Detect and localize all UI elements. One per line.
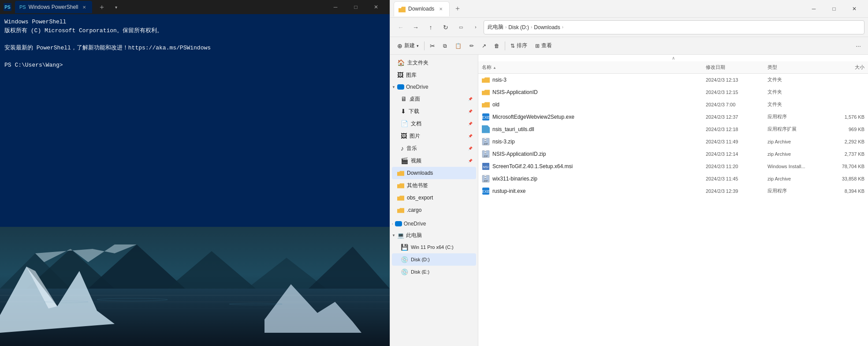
address-sep-3: › <box>562 25 563 30</box>
col-header-date[interactable]: 修改日期 <box>706 64 767 71</box>
ps-maximize-btn[interactable]: □ <box>346 0 366 14</box>
sidebar-item-videos[interactable]: 🎬 视频 📌 <box>392 154 476 167</box>
ps-minimize-btn[interactable]: ─ <box>325 0 346 14</box>
delete-btn[interactable]: 🗑 <box>491 39 503 53</box>
share-icon: ↗ <box>482 43 486 49</box>
sidebar-drive-d-label: Disk (D:) <box>411 257 430 262</box>
sidebar-item-desktop[interactable]: 🖥 桌面 📌 <box>392 93 476 105</box>
sort-btn[interactable]: ⇅ 排序 <box>507 39 531 53</box>
breadcrumb-toggle-btn[interactable]: ▭ <box>454 20 468 34</box>
sidebar-item-documents[interactable]: 📄 文档 📌 <box>392 117 476 130</box>
sidebar-item-library[interactable]: 🖼 图库 <box>392 69 476 81</box>
ps-dropdown-btn[interactable]: ▾ <box>112 3 120 11</box>
table-row[interactable]: ZIP nsis-3.zip 2024/2/3 11:49 zip Archiv… <box>478 135 868 148</box>
explorer-new-tab-btn[interactable]: ＋ <box>451 3 464 15</box>
copy-icon: ⧉ <box>443 43 447 49</box>
table-row[interactable]: EXE rustup-init.exe 2024/2/3 12:39 应用程序 … <box>478 185 868 197</box>
back-btn[interactable]: ← <box>394 20 408 34</box>
up-btn[interactable]: ↑ <box>424 20 438 34</box>
ps-new-tab-btn[interactable]: ＋ <box>96 1 108 13</box>
table-row[interactable]: ZIP wix311-binaries.zip 2024/2/3 11:45 z… <box>478 173 868 185</box>
refresh-btn[interactable]: ↻ <box>439 20 453 34</box>
breadcrumb-expand-btn[interactable]: › <box>469 20 483 34</box>
cmd-sep-1 <box>424 41 425 50</box>
more-options-btn[interactable]: ··· <box>852 40 864 52</box>
sidebar-item-downloads[interactable]: ⬇ 下载 📌 <box>392 105 476 117</box>
file-size-cell: 1,576 KB <box>825 114 864 120</box>
view-btn[interactable]: ⊞ 查看 <box>532 39 555 53</box>
pictures-icon: 🖼 <box>401 132 407 139</box>
downloads-nav-icon: ⬇ <box>401 108 406 115</box>
sort-indicator: ∧ <box>478 55 868 61</box>
iceberg-scene <box>0 227 390 346</box>
ps-console-content[interactable]: Windows PowerShell 版权所有 (C) Microsoft Co… <box>0 14 390 227</box>
svg-rect-37 <box>484 177 486 178</box>
sidebar-item-cargo[interactable]: .cargo <box>392 204 476 216</box>
address-sep-2: › <box>531 25 532 30</box>
file-size-cell: 2,737 KB <box>825 151 864 157</box>
table-row[interactable]: old 2024/2/3 7:00 文件夹 <box>478 98 868 111</box>
table-row[interactable]: ZIP NSIS-ApplicationID.zip 2024/2/3 12:1… <box>478 148 868 160</box>
ps-tab[interactable]: PS Windows PowerShell ✕ <box>15 1 92 13</box>
ps-line-3 <box>4 35 385 44</box>
explorer-main: 🏠 主文件夹 🖼 图库 ▼ OneDrive 🖥 桌面 📌 ⬇ <box>390 55 868 346</box>
table-row[interactable]: nsis_tauri_utils.dll 2024/2/3 12:18 应用程序… <box>478 123 868 135</box>
exe-icon: EXE <box>482 113 490 121</box>
cut-btn[interactable]: ✂ <box>426 39 439 53</box>
file-date-cell: 2024/2/3 11:20 <box>706 164 767 169</box>
sidebar-item-drive-d[interactable]: 💿 Disk (D:) <box>392 253 476 266</box>
table-row[interactable]: EXE MicrosoftEdgeWebview2Setup.exe 2024/… <box>478 111 868 123</box>
zip-icon: ZIP <box>482 150 490 158</box>
ps-tab-close-btn[interactable]: ✕ <box>81 4 88 11</box>
copy-btn[interactable]: ⧉ <box>440 39 451 53</box>
svg-rect-29 <box>484 152 486 153</box>
sidebar-item-drive-e[interactable]: 💿 Disk (E:) <box>392 266 476 278</box>
folder-icon <box>482 102 490 108</box>
share-btn[interactable]: ↗ <box>478 39 490 53</box>
explorer-tab-close-btn[interactable]: ✕ <box>437 5 445 13</box>
file-type-cell: zip Archive <box>767 139 825 144</box>
table-row[interactable]: MSI ScreenToGif.2.40.1.Setup.x64.msi 202… <box>478 160 868 173</box>
rename-btn[interactable]: ✏ <box>466 39 477 53</box>
sidebar-obs-export-label: obs_export <box>407 195 433 201</box>
file-type-cell: 应用程序 <box>767 113 825 120</box>
folder-icon <box>482 89 490 95</box>
paste-btn[interactable]: 📋 <box>451 39 465 53</box>
desktop-icon: 🖥 <box>401 95 407 102</box>
file-type-cell: 文件夹 <box>767 89 825 95</box>
sidebar-onedrive-section[interactable]: ▼ OneDrive <box>390 81 478 93</box>
downloads-folder-icon <box>397 170 404 176</box>
library-icon: 🖼 <box>397 71 403 79</box>
this-pc-expand-icon: ▼ <box>392 233 395 237</box>
sidebar-item-obs-export[interactable]: obs_export <box>392 192 476 204</box>
sidebar-this-pc-section[interactable]: ▼ 💻 此电脑 <box>390 229 478 241</box>
sidebar-item-other-bookmarks[interactable]: 其他书签 <box>392 179 476 192</box>
sidebar-item-pictures[interactable]: 🖼 图片 📌 <box>392 130 476 142</box>
zip-icon: ZIP <box>482 175 490 183</box>
col-date-label: 修改日期 <box>706 64 725 70</box>
sidebar-item-home[interactable]: 🏠 主文件夹 <box>392 56 476 69</box>
svg-rect-28 <box>484 151 486 152</box>
sidebar-onedrive-section-2[interactable]: › OneDrive <box>390 218 478 229</box>
explorer-tab[interactable]: Downloads ✕ <box>394 1 450 16</box>
forward-btn[interactable]: → <box>409 20 423 34</box>
col-header-name[interactable]: 名称 ▲ <box>482 64 706 71</box>
explorer-minimize-btn[interactable]: ─ <box>804 2 824 16</box>
sidebar-item-drive-c[interactable]: 💾 Win 11 Pro x64 (C:) <box>392 241 476 253</box>
sidebar-this-pc-label: 此电脑 <box>406 232 422 239</box>
new-btn[interactable]: ⊕ 新建 ▾ <box>394 39 422 53</box>
sidebar-item-music[interactable]: ♪ 音乐 📌 <box>392 142 476 154</box>
col-header-type[interactable]: 类型 <box>767 64 825 71</box>
file-name-cell: ScreenToGif.2.40.1.Setup.x64.msi <box>492 163 706 169</box>
explorer-maximize-btn[interactable]: □ <box>824 2 844 16</box>
cargo-folder-icon <box>397 207 404 213</box>
address-bar[interactable]: 此电脑 › Disk (D:) › Downloads › <box>484 20 864 34</box>
command-bar: ⊕ 新建 ▾ ✂ ⧉ 📋 ✏ ↗ 🗑 ⇅ 排序 ⊞ 查看 <box>390 37 868 55</box>
explorer-close-btn[interactable]: ✕ <box>844 2 864 16</box>
ps-close-btn[interactable]: ✕ <box>366 0 386 14</box>
sidebar-item-downloads-folder[interactable]: Downloads <box>392 167 476 179</box>
table-row[interactable]: NSIS-ApplicationID 2024/2/3 12:15 文件夹 <box>478 86 868 98</box>
sidebar-home-label: 主文件夹 <box>407 59 428 67</box>
col-header-size[interactable]: 大小 <box>825 64 864 71</box>
table-row[interactable]: nsis-3 2024/2/3 12:13 文件夹 <box>478 74 868 86</box>
